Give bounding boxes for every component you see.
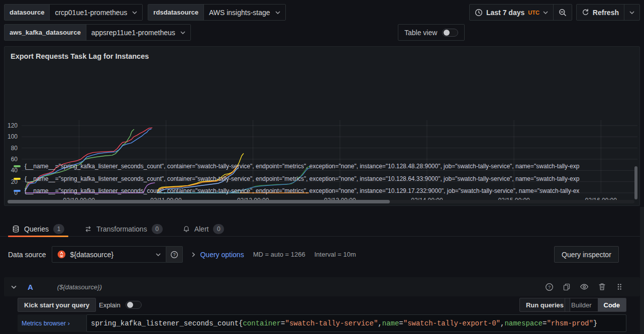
duplicate-query-button[interactable] (561, 281, 572, 292)
promql-token-plain: = (399, 319, 403, 327)
tab-alert[interactable]: Alert 0 (179, 221, 229, 237)
y-tick-label: 100 (8, 133, 18, 140)
query-inspector-button[interactable]: Query inspector (554, 246, 619, 263)
run-queries-label: Run queries (526, 301, 564, 309)
promql-token-plain: , (500, 319, 504, 327)
chevron-right-icon (192, 252, 195, 257)
table-view-toggle[interactable] (442, 29, 458, 37)
toolbar-row-2: aws_kafka_datasource appsrep11ue1-promet… (4, 24, 191, 41)
refresh-interval-dropdown[interactable] (624, 5, 639, 20)
svg-text:?: ? (548, 284, 550, 289)
explain-toggle[interactable] (126, 301, 142, 309)
toggle-visibility-button[interactable] (579, 281, 590, 292)
kick-start-query-button[interactable]: Kick start your query (18, 298, 96, 312)
rdsdatasource-picker-value[interactable]: AWS insights-stage (204, 5, 285, 20)
promql-query-input[interactable]: spring_kafka_listener_seconds_count{cont… (86, 314, 626, 332)
tab-alert-count: 0 (213, 224, 224, 234)
run-queries-button[interactable]: Run queries (519, 298, 570, 312)
datasource-picker-label: datasource (5, 5, 50, 20)
query-options-toggle[interactable]: Query options (192, 251, 244, 259)
svg-text:?: ? (173, 252, 176, 257)
metrics-browser-label: Metrics browser › (22, 320, 70, 327)
prometheus-icon (57, 250, 66, 259)
rdsdatasource-picker[interactable]: rdsdatasource AWS insights-stage (148, 4, 285, 21)
chevron-down-icon (543, 11, 548, 14)
rdsdatasource-picker-value-text: AWS insights-stage (209, 9, 270, 17)
editor-mode-switch: Builder Code (565, 298, 626, 312)
query-options-label: Query options (200, 251, 244, 259)
promql-token-string: "swatch-tally-export-0" (403, 319, 500, 327)
legend-item[interactable]: {__name__="spring_kafka_listener_seconds… (11, 185, 633, 197)
collapse-chevron-icon[interactable] (11, 285, 17, 289)
query-letter: A (28, 283, 33, 291)
panel-title[interactable]: Export Requests Task Lag for Instances (11, 52, 149, 60)
query-help-button[interactable]: ? (544, 281, 555, 292)
builder-mode-button[interactable]: Builder (565, 298, 597, 311)
clock-icon (475, 9, 483, 17)
datasource-picker-value-text: crcp01ue1-prometheus (55, 9, 127, 17)
legend-series-label: {__name__="spring_kafka_listener_seconds… (25, 187, 579, 194)
chevron-down-icon (180, 31, 185, 34)
code-label: Code (604, 301, 620, 309)
zoom-out-icon (559, 9, 567, 17)
promql-token-plain: , (378, 319, 382, 327)
tab-queries-count: 1 (53, 224, 64, 234)
legend-item[interactable]: {__name__="spring_kafka_listener_seconds… (11, 173, 633, 185)
chart-legend: {__name__="spring_kafka_listener_seconds… (11, 160, 633, 199)
legend-hscrollbar[interactable] (8, 200, 390, 203)
metrics-browser-link[interactable]: Metrics browser › (18, 314, 86, 332)
builder-label: Builder (571, 301, 591, 309)
promql-token-string: "rhsm-prod" (547, 319, 593, 327)
refresh-label: Refresh (593, 9, 619, 17)
legend-hscrollbar-track (8, 200, 634, 203)
datasource-picker[interactable]: datasource crcp01ue1-prometheus (4, 4, 143, 21)
time-range-label: Last 7 days (486, 9, 524, 17)
zoom-out-button[interactable] (553, 5, 572, 20)
promql-token-label: container (243, 319, 281, 327)
rdsdatasource-picker-label: rdsdatasource (148, 5, 204, 20)
aws-kafka-datasource-picker-value-text: appsrep11ue1-prometheus (91, 29, 175, 37)
chevron-down-icon (156, 253, 161, 256)
refresh-icon (582, 9, 589, 16)
legend-series-label: {__name__="spring_kafka_listener_seconds… (25, 175, 579, 182)
datasource-select[interactable]: ${datasource} (52, 246, 166, 263)
aws-kafka-datasource-picker[interactable]: aws_kafka_datasource appsrep11ue1-promet… (4, 24, 191, 41)
legend-series-dash-icon (14, 165, 21, 167)
tab-transformations-label: Transformations (96, 225, 147, 233)
promql-token-label: namespace (504, 319, 543, 327)
promql-token-plain: } (593, 319, 597, 327)
legend-vscrollbar[interactable] (634, 166, 637, 199)
refresh-button[interactable]: Refresh (577, 5, 624, 20)
tab-transformations[interactable]: Transformations 0 (80, 221, 167, 237)
query-inspector-label: Query inspector (562, 251, 611, 259)
chevron-down-icon (275, 11, 280, 14)
timezone-label: UTC (528, 10, 540, 16)
editor-tabs: Queries 1 Transformations 0 Alert 0 (8, 221, 228, 237)
table-view-label: Table view (404, 29, 437, 37)
toolbar-row-1: datasource crcp01ue1-prometheus rdsdatas… (4, 4, 286, 21)
time-range-picker[interactable]: Last 7 days UTC (470, 5, 553, 20)
datasource-select-value: ${datasource} (70, 251, 152, 259)
chevron-down-icon (629, 11, 634, 14)
legend-item[interactable]: {__name__="spring_kafka_listener_seconds… (11, 160, 633, 173)
datasource-help-button[interactable]: ? (166, 246, 183, 263)
chevron-down-icon (132, 11, 137, 14)
datasource-row: Data source ${datasource} ? Query option… (8, 246, 356, 263)
aws-kafka-datasource-picker-label: aws_kafka_datasource (5, 25, 86, 40)
table-view-control: Table view (398, 24, 465, 41)
tab-alert-label: Alert (194, 225, 209, 233)
promql-token-plain: = (543, 319, 547, 327)
bell-icon (183, 225, 190, 233)
promql-token-plain: spring_kafka_listener_seconds_count{ (91, 319, 243, 327)
query-row-header[interactable]: A (${datasource}) ? (4, 277, 640, 296)
datasource-picker-value[interactable]: crcp01ue1-prometheus (50, 5, 142, 20)
legend-item[interactable]: {__name__="spring_kafka_listener_seconds… (11, 197, 633, 200)
legend-series-dash-icon (14, 178, 21, 180)
y-tick-label: 120 (8, 122, 18, 129)
drag-handle[interactable] (614, 281, 625, 292)
delete-query-button[interactable] (596, 281, 607, 292)
page-vscrollbar-track (640, 207, 644, 334)
aws-kafka-datasource-picker-value[interactable]: appsrep11ue1-prometheus (86, 25, 190, 40)
code-mode-button[interactable]: Code (598, 298, 626, 311)
tab-queries[interactable]: Queries 1 (8, 221, 68, 237)
